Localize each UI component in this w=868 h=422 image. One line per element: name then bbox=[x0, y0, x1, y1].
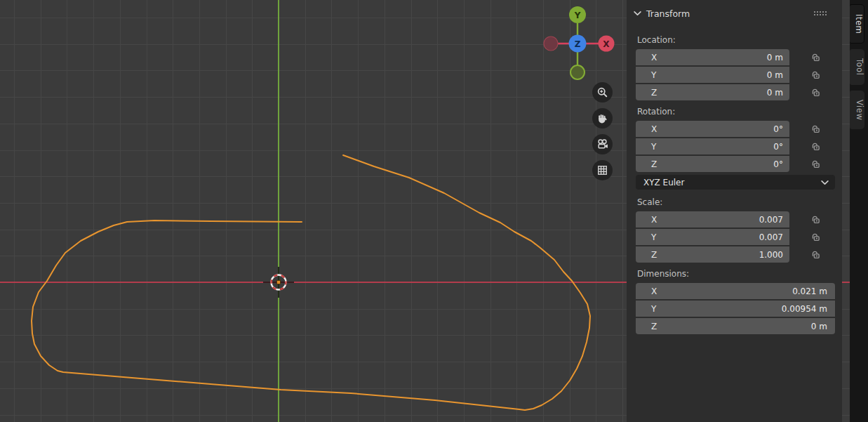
gizmo-axis-x[interactable]: X bbox=[599, 36, 615, 52]
scale-z-lock-button[interactable] bbox=[810, 249, 821, 260]
grid-icon bbox=[596, 164, 608, 176]
field-value: 0.007 bbox=[759, 215, 783, 225]
zoom-button[interactable] bbox=[592, 82, 613, 103]
gizmo-axis-z[interactable]: Z bbox=[569, 35, 587, 53]
rotation-y-field[interactable]: Y 0° bbox=[636, 138, 789, 154]
unlock-icon bbox=[810, 52, 821, 62]
field-value: 0.021 m bbox=[792, 286, 827, 296]
field-value: 0° bbox=[773, 159, 783, 169]
field-axis-label: X bbox=[651, 286, 657, 296]
gizmo-axis-neg-x[interactable] bbox=[544, 37, 558, 51]
chevron-down-icon bbox=[821, 180, 829, 185]
orientation-gizmo[interactable]: Y Z X bbox=[544, 6, 615, 79]
scale-x-lock-button[interactable] bbox=[810, 214, 821, 225]
field-value: 0 m bbox=[811, 322, 827, 331]
transform-sidebar-panel: Transform Location: X 0 m bbox=[627, 0, 842, 422]
field-axis-label: Y bbox=[651, 232, 656, 242]
tab-tool[interactable]: Tool bbox=[850, 49, 864, 84]
location-x-lock-button[interactable] bbox=[810, 52, 821, 62]
field-value: 0 m bbox=[767, 70, 783, 80]
svg-text:Z: Z bbox=[575, 39, 581, 49]
field-axis-label: X bbox=[651, 53, 657, 62]
location-y-field[interactable]: Y 0 m bbox=[636, 67, 789, 83]
field-axis-label: Y bbox=[651, 70, 656, 80]
grid-toggle-button[interactable] bbox=[592, 160, 613, 180]
scale-y-lock-button[interactable] bbox=[810, 232, 821, 242]
unlock-icon bbox=[810, 141, 821, 152]
transform-panel-header[interactable]: Transform bbox=[634, 6, 836, 20]
field-axis-label: Z bbox=[651, 250, 657, 260]
field-value: 0.007 bbox=[759, 232, 783, 242]
gizmo-axis-y[interactable]: Y bbox=[569, 6, 586, 23]
3d-cursor bbox=[263, 267, 294, 298]
dimensions-z-field[interactable]: Z 0 m bbox=[636, 318, 835, 334]
rotation-x-field[interactable]: X 0° bbox=[636, 121, 789, 137]
tab-view[interactable]: View bbox=[850, 91, 864, 129]
rotation-y-lock-button[interactable] bbox=[810, 141, 821, 152]
curve-object[interactable] bbox=[32, 155, 590, 410]
gizmo-axis-neg-y[interactable] bbox=[570, 65, 585, 79]
location-z-lock-button[interactable] bbox=[810, 87, 821, 98]
camera-icon bbox=[596, 138, 608, 150]
field-axis-label: Z bbox=[651, 159, 657, 169]
unlock-icon bbox=[810, 159, 821, 169]
rotation-z-field[interactable]: Z 0° bbox=[636, 156, 789, 172]
field-axis-label: Z bbox=[651, 322, 657, 331]
scale-section: Scale: X 0.007 bbox=[627, 197, 842, 263]
rotation-mode-dropdown[interactable]: XYZ Euler bbox=[636, 175, 835, 190]
scale-x-field[interactable]: X 0.007 bbox=[636, 211, 789, 228]
rotation-label: Rotation: bbox=[637, 107, 842, 117]
scale-y-field[interactable]: Y 0.007 bbox=[636, 229, 789, 245]
location-label: Location: bbox=[637, 35, 842, 45]
unlock-icon bbox=[810, 70, 821, 80]
dimensions-label: Dimensions: bbox=[637, 269, 842, 279]
pan-button[interactable] bbox=[592, 108, 613, 128]
unlock-icon bbox=[810, 214, 821, 225]
dimensions-x-field[interactable]: X 0.021 m bbox=[636, 283, 835, 299]
field-axis-label: X bbox=[651, 124, 657, 134]
field-axis-label: X bbox=[651, 215, 657, 225]
field-value: 0 m bbox=[767, 88, 783, 98]
location-z-field[interactable]: Z 0 m bbox=[636, 84, 789, 100]
field-value: 0° bbox=[773, 142, 783, 152]
sidebar-tab-column: Item Tool View bbox=[850, 0, 868, 422]
camera-view-button[interactable] bbox=[592, 134, 613, 154]
field-axis-label: Z bbox=[651, 88, 657, 98]
location-y-lock-button[interactable] bbox=[810, 70, 821, 80]
panel-drag-handle-icon[interactable] bbox=[813, 11, 827, 16]
svg-text:Y: Y bbox=[574, 11, 581, 20]
blender-3d-viewport: Y Z X bbox=[0, 0, 868, 422]
zoom-icon bbox=[596, 86, 608, 98]
chevron-down-icon bbox=[634, 11, 641, 16]
scale-z-field[interactable]: Z 1.000 bbox=[636, 246, 789, 263]
panel-title: Transform bbox=[646, 8, 813, 19]
location-section: Location: X 0 m bbox=[627, 35, 842, 100]
field-axis-label: Y bbox=[651, 304, 656, 314]
field-value: 0° bbox=[773, 124, 783, 134]
pan-hand-icon bbox=[596, 112, 608, 124]
rotation-section: Rotation: X 0° bbox=[627, 107, 842, 190]
field-axis-label: Y bbox=[651, 142, 656, 152]
unlock-icon bbox=[810, 124, 821, 134]
unlock-icon bbox=[810, 249, 821, 260]
field-value: 0.00954 m bbox=[782, 304, 827, 314]
scale-label: Scale: bbox=[637, 197, 842, 207]
location-x-field[interactable]: X 0 m bbox=[636, 49, 789, 65]
rotation-mode-value: XYZ Euler bbox=[643, 178, 684, 187]
field-value: 1.000 bbox=[759, 250, 783, 260]
rotation-z-lock-button[interactable] bbox=[810, 159, 821, 169]
unlock-icon bbox=[810, 232, 821, 242]
dimensions-section: Dimensions: X 0.021 m Y 0.00954 m bbox=[627, 269, 842, 334]
dimensions-y-field[interactable]: Y 0.00954 m bbox=[636, 301, 835, 317]
svg-text:X: X bbox=[603, 39, 610, 49]
unlock-icon bbox=[810, 87, 821, 98]
rotation-x-lock-button[interactable] bbox=[810, 124, 821, 134]
tab-item[interactable]: Item bbox=[850, 4, 864, 44]
field-value: 0 m bbox=[767, 53, 783, 62]
